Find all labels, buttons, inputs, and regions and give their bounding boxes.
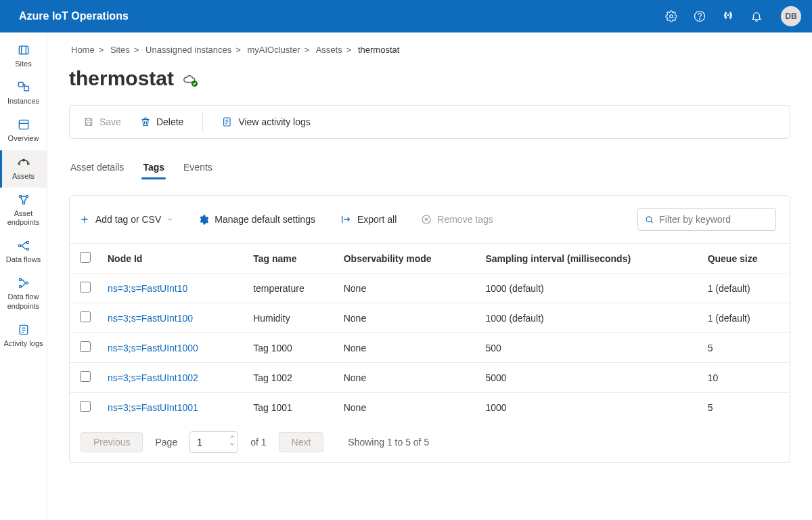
chevron-down-icon bbox=[166, 216, 173, 223]
svg-rect-4 bbox=[18, 83, 23, 87]
svg-point-23 bbox=[646, 217, 652, 222]
manage-label: Manage default settings bbox=[215, 214, 315, 225]
cell-interval: 1000 bbox=[478, 393, 700, 422]
sidebar-item-label: Overview bbox=[8, 134, 39, 143]
crumb-home[interactable]: Home bbox=[71, 45, 95, 55]
svg-point-1 bbox=[695, 12, 705, 22]
topbar-right: DB bbox=[663, 6, 801, 26]
data-flow-endpoints-icon bbox=[17, 276, 30, 290]
asset-endpoints-icon bbox=[17, 193, 30, 207]
node-id-link[interactable]: ns=3;s=FastUInt1000 bbox=[108, 343, 198, 353]
view-activity-button[interactable]: View activity logs bbox=[222, 116, 310, 127]
row-checkbox[interactable] bbox=[80, 401, 91, 412]
divider bbox=[202, 112, 203, 131]
select-all-checkbox[interactable] bbox=[80, 252, 91, 263]
trash-icon bbox=[140, 116, 151, 127]
crumb-sites[interactable]: Sites bbox=[110, 45, 130, 55]
notifications-icon[interactable] bbox=[748, 8, 765, 24]
help-icon[interactable] bbox=[692, 8, 708, 24]
svg-point-18 bbox=[19, 286, 21, 288]
page-title: thermostat bbox=[69, 67, 174, 90]
previous-button[interactable]: Previous bbox=[81, 432, 143, 452]
export-label: Export all bbox=[357, 214, 397, 225]
row-checkbox[interactable] bbox=[80, 282, 91, 292]
sidebar-item-overview[interactable]: Overview bbox=[0, 112, 47, 150]
col-interval[interactable]: Sampling interval (milliseconds) bbox=[478, 244, 700, 274]
filter-input[interactable] bbox=[659, 214, 769, 225]
activity-icon bbox=[222, 116, 233, 127]
add-tag-button[interactable]: Add tag or CSV bbox=[79, 214, 173, 225]
node-id-link[interactable]: ns=3;s=FastUInt1002 bbox=[108, 372, 198, 383]
crumb-current: thermostat bbox=[358, 45, 399, 55]
tags-card: Add tag or CSV Manage default settings E… bbox=[69, 195, 790, 463]
svg-point-9 bbox=[27, 162, 28, 165]
sidebar-item-label: Instances bbox=[7, 97, 39, 106]
svg-point-16 bbox=[19, 279, 21, 281]
sidebar-item-data-flows[interactable]: Data flows bbox=[0, 234, 47, 271]
activity-label: View activity logs bbox=[238, 116, 310, 127]
data-flows-icon bbox=[17, 239, 30, 253]
activity-logs-icon bbox=[17, 323, 30, 337]
table-row: ns=3;s=FastUInt1001Tag 1001None10005 bbox=[70, 393, 790, 422]
cell-queue: 1 (default) bbox=[701, 303, 790, 333]
diagnostics-icon[interactable] bbox=[720, 8, 736, 24]
svg-point-17 bbox=[26, 282, 28, 284]
sidebar-item-label: Asset endpoints bbox=[3, 209, 44, 227]
tab-tags[interactable]: Tags bbox=[141, 158, 166, 179]
cell-queue: 5 bbox=[701, 393, 790, 422]
search-icon bbox=[645, 215, 654, 225]
svg-point-0 bbox=[670, 15, 673, 18]
sites-icon bbox=[17, 43, 30, 57]
page-label: Page bbox=[155, 437, 177, 448]
col-node-id[interactable]: Node Id bbox=[101, 244, 246, 274]
cell-interval: 1000 (default) bbox=[478, 303, 700, 333]
tab-events[interactable]: Events bbox=[182, 158, 214, 179]
cell-obs-mode: None bbox=[337, 333, 479, 363]
sidebar-item-label: Sites bbox=[15, 60, 31, 68]
cell-tag-name: temperature bbox=[246, 274, 337, 303]
tab-asset-details[interactable]: Asset details bbox=[69, 158, 125, 179]
filter-box[interactable] bbox=[637, 208, 776, 231]
row-checkbox[interactable] bbox=[80, 311, 91, 322]
svg-point-10 bbox=[19, 195, 21, 197]
sidebar-item-sites[interactable]: Sites bbox=[0, 38, 47, 75]
avatar[interactable]: DB bbox=[781, 6, 801, 26]
delete-button[interactable]: Delete bbox=[140, 116, 183, 127]
row-checkbox[interactable] bbox=[80, 371, 91, 382]
crumb-unassigned[interactable]: Unassigned instances bbox=[145, 45, 231, 55]
export-all-button[interactable]: Export all bbox=[340, 214, 397, 225]
node-id-link[interactable]: ns=3;s=FastUInt1001 bbox=[108, 402, 198, 413]
cell-queue: 5 bbox=[701, 333, 790, 363]
stepper-down-icon[interactable] bbox=[229, 441, 235, 448]
stepper-up-icon[interactable] bbox=[229, 433, 235, 440]
settings-icon[interactable] bbox=[663, 8, 679, 24]
sidebar-item-data-flow-endpoints[interactable]: Data flow endpoints bbox=[0, 271, 47, 317]
next-button[interactable]: Next bbox=[279, 432, 324, 452]
sidebar-item-asset-endpoints[interactable]: Asset endpoints bbox=[0, 188, 47, 234]
sidebar-item-label: Data flows bbox=[6, 255, 41, 264]
sidebar-item-assets[interactable]: Assets bbox=[0, 150, 47, 188]
cell-tag-name: Tag 1001 bbox=[246, 393, 337, 422]
col-tag-name[interactable]: Tag name bbox=[246, 244, 337, 274]
col-obs-mode[interactable]: Observability mode bbox=[337, 244, 479, 274]
svg-point-7 bbox=[18, 162, 20, 165]
crumb-assets[interactable]: Assets bbox=[316, 45, 342, 55]
node-id-link[interactable]: ns=3;s=FastUInt100 bbox=[108, 313, 193, 324]
cell-obs-mode: None bbox=[337, 303, 479, 333]
sidebar-item-instances[interactable]: Instances bbox=[0, 75, 47, 112]
svg-rect-6 bbox=[19, 121, 28, 129]
svg-point-11 bbox=[26, 195, 28, 197]
cell-obs-mode: None bbox=[337, 363, 479, 393]
row-checkbox[interactable] bbox=[80, 341, 91, 352]
svg-rect-5 bbox=[24, 87, 28, 91]
overview-icon bbox=[17, 118, 30, 131]
table-row: ns=3;s=FastUInt1000Tag 1000None5005 bbox=[70, 333, 790, 363]
node-id-link[interactable]: ns=3;s=FastUInt10 bbox=[108, 283, 187, 294]
cell-interval: 1000 (default) bbox=[478, 274, 700, 303]
sidebar-item-activity-logs[interactable]: Activity logs bbox=[0, 318, 47, 355]
cell-obs-mode: None bbox=[337, 393, 479, 422]
crumb-cluster[interactable]: myAIOcluster bbox=[247, 45, 300, 55]
export-icon bbox=[340, 214, 352, 225]
manage-defaults-button[interactable]: Manage default settings bbox=[198, 214, 315, 225]
col-queue[interactable]: Queue size bbox=[701, 244, 790, 274]
